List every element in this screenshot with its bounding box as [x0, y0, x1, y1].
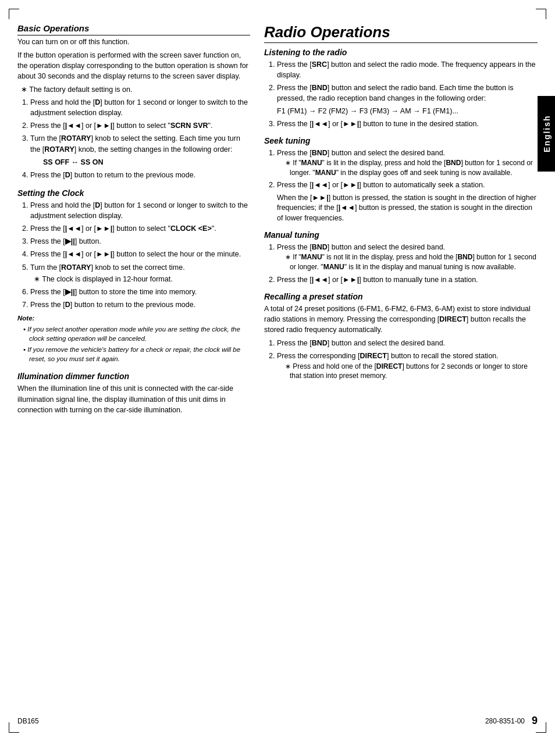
clock-step-4: Press the [|◄◄] or [►►|] button to selec… [30, 249, 250, 259]
listening-step-3: Press the [|◄◄] or [►►|] button to tune … [277, 119, 538, 129]
footer-part-number: 280-8351-00 [485, 717, 525, 725]
basic-operations-title: Basic Operations [17, 23, 250, 33]
recalling-section: Recalling a preset station A total of 24… [264, 292, 538, 381]
listening-steps: Press the [SRC] button and select the ra… [264, 59, 538, 129]
listening-title: Listening to the radio [264, 48, 538, 57]
illumination-text: When the illumination line of this unit … [17, 383, 250, 415]
corner-mark-tr [536, 9, 546, 19]
radio-operations-title: Radio Operations [264, 23, 538, 41]
manual-step-1: Press the [BND] button and select the de… [277, 242, 538, 272]
seek-steps: Press the [BND] button and select the de… [264, 148, 538, 223]
left-column: Basic Operations You can turn on or off … [17, 23, 250, 418]
page-number: 9 [532, 715, 538, 727]
fm-order-line: F1 (FM1) → F2 (FM2) → F3 (FM3) → AM → F1… [277, 106, 538, 116]
manual-steps: Press the [BND] button and select the de… [264, 242, 538, 285]
basic-ops-divider [17, 35, 250, 35]
clock-step-2: Press the [|◄◄] or [►►|] button to selec… [30, 223, 250, 234]
clock-step-5: Turn the [ROTARY] knob to set the correc… [30, 262, 250, 285]
clock-note-2: If you remove the vehicle's battery for … [23, 345, 250, 363]
clock-step-3: Press the [▶||] button. [30, 236, 250, 247]
basic-step-2: Press the [|◄◄] or [►►|] button to selec… [30, 120, 250, 131]
radio-ops-divider [264, 42, 538, 43]
seek-step-2: Press the [|◄◄] or [►►|] button to autom… [277, 180, 538, 223]
setting-clock-title: Setting the Clock [17, 188, 250, 198]
basic-step-3: Turn the [ROTARY] knob to select the set… [30, 133, 250, 167]
manual-tuning-title: Manual tuning [264, 230, 538, 240]
footer-right: 280-8351-00 9 [485, 715, 538, 727]
seek-tuning-title: Seek tuning [264, 136, 538, 145]
clock-steps-list: Press and hold the [D] button for 1 seco… [17, 200, 250, 311]
manual-tuning-section: Manual tuning Press the [BND] button and… [264, 230, 538, 285]
seek-step-1: Press the [BND] button and select the de… [277, 148, 538, 178]
recalling-step-1: Press the [BND] button and select the de… [277, 338, 538, 348]
listening-step-2: Press the [BND] button and select the ra… [277, 83, 538, 116]
clock-step-1: Press and hold the [D] button for 1 seco… [30, 200, 250, 221]
recalling-note: Press and hold one of the [DIRECT] butto… [277, 362, 538, 381]
basic-step-1: Press and hold the [D] button for 1 seco… [30, 97, 250, 118]
recalling-steps: Press the [BND] button and select the de… [264, 338, 538, 381]
basic-steps-list: Press and hold the [D] button for 1 seco… [17, 97, 250, 180]
basic-operations-section: Basic Operations You can turn on or off … [17, 23, 250, 180]
setting-clock-section: Setting the Clock Press and hold the [D]… [17, 188, 250, 364]
corner-mark-tl [9, 9, 19, 19]
basic-step-4: Press the [D] button to return to the pr… [30, 170, 250, 180]
footer: DB165 280-8351-00 9 [17, 715, 538, 727]
clock-note-1: If you select another operation mode whi… [23, 324, 250, 343]
seek-tuning-section: Seek tuning Press the [BND] button and s… [264, 136, 538, 223]
listening-section: Listening to the radio Press the [SRC] b… [264, 48, 538, 129]
illumination-section: Illumination dimmer function When the il… [17, 372, 250, 415]
note-label: Note: [17, 313, 250, 323]
basic-intro-2: If the button operation is performed wit… [17, 50, 250, 81]
english-tab: English [538, 96, 555, 172]
clock-step-6: Press the [▶||] button to store the time… [30, 287, 250, 297]
listening-step-1: Press the [SRC] button and select the ra… [277, 59, 538, 80]
clock-notes-list: If you select another operation mode whi… [17, 324, 250, 363]
right-column: Radio Operations Listening to the radio … [264, 23, 538, 418]
seek-note-2: When the [►►|] button is pressed, the st… [277, 193, 538, 224]
recalling-title: Recalling a preset station [264, 292, 538, 301]
clock-step-7: Press the [D] button to return to the pr… [30, 299, 250, 310]
footer-code: DB165 [17, 717, 39, 725]
ss-arrow-line: SS OFF ↔ SS ON [43, 157, 250, 167]
basic-default-note: The factory default setting is on. [17, 85, 250, 95]
page: English Basic Operations You can turn on… [0, 0, 555, 756]
seek-note-1: If "MANU" is lit in the display, press a… [277, 158, 538, 178]
basic-intro-1: You can turn on or off this function. [17, 37, 250, 47]
illumination-title: Illumination dimmer function [17, 372, 250, 381]
recalling-step-2: Press the corresponding [DIRECT] button … [277, 351, 538, 381]
recalling-intro: A total of 24 preset positions (6-FM1, 6… [264, 304, 538, 335]
manual-note-1: If "MANU" is not lit in the display, pre… [277, 252, 538, 272]
manual-step-2: Press the [|◄◄] or [►►|] button to manua… [277, 274, 538, 285]
clock-12hr-note: The clock is displayed in 12-hour format… [30, 274, 250, 285]
